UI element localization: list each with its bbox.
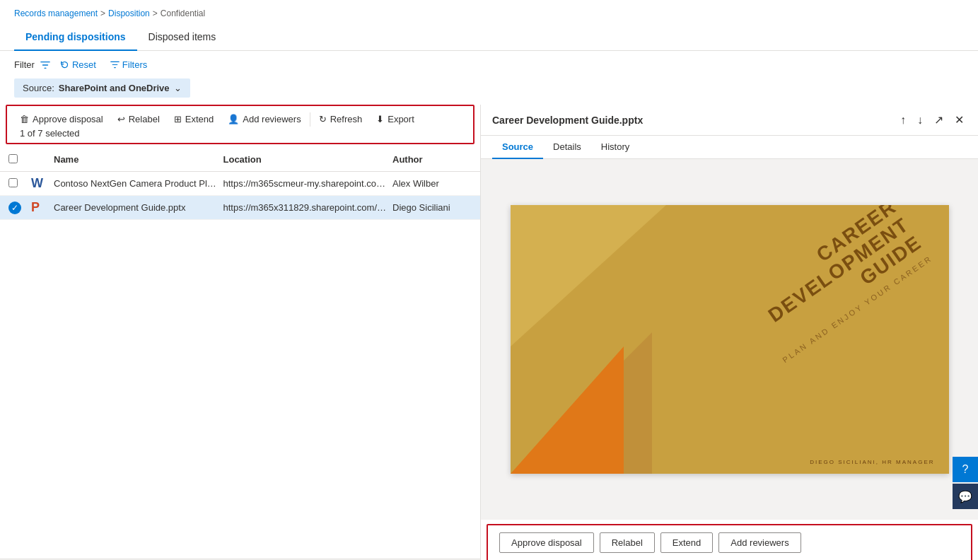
- table-row[interactable]: W Contoso NextGen Camera Product Pla... …: [0, 172, 480, 196]
- action-bar-divider: [310, 112, 310, 127]
- source-filter-prefix: Source:: [23, 83, 54, 93]
- sidebar-help-button[interactable]: ?: [953, 457, 978, 482]
- select-all-checkbox[interactable]: [8, 154, 18, 163]
- selected-count: 1 of 7 selected: [13, 128, 87, 139]
- table-header: Name Location Author: [0, 148, 480, 172]
- pptx-footer: Diego Siciliani, HR Manager: [810, 459, 934, 465]
- reset-button[interactable]: Reset: [56, 58, 100, 71]
- refresh-icon: ↻: [319, 114, 327, 124]
- bottom-approve-disposal-button[interactable]: Approve disposal: [499, 532, 594, 553]
- main-content: 🗑 Approve disposal ↩ Relabel ⊞ Extend 👤 …: [0, 105, 978, 560]
- pptx-preview: CAREERDEVELOPMENTGUIDE Plan and enjoy yo…: [511, 205, 949, 474]
- action-bar: 🗑 Approve disposal ↩ Relabel ⊞ Extend 👤 …: [6, 105, 475, 144]
- tab-disposed-items[interactable]: Disposed items: [137, 24, 228, 51]
- row1-author: Alex Wilber: [390, 177, 475, 190]
- row2-name: Career Development Guide.pptx: [51, 201, 221, 214]
- add-reviewers-button[interactable]: 👤 Add reviewers: [221, 110, 308, 128]
- expand-button[interactable]: ↗: [931, 112, 946, 128]
- pptx-orange-accent: [511, 346, 624, 474]
- refresh-button[interactable]: ↻ Refresh: [312, 110, 370, 128]
- filters-button[interactable]: Filters: [106, 58, 151, 71]
- row2-file-icon: P: [28, 199, 51, 216]
- export-button[interactable]: ⬇ Export: [369, 110, 421, 128]
- col-name-header: Name: [51, 153, 221, 167]
- filter-bar: Filter Reset Filters: [0, 51, 978, 78]
- source-filter-value: SharePoint and OneDrive: [59, 83, 170, 93]
- tab-details[interactable]: Details: [543, 136, 591, 159]
- breadcrumb-sep-2: >: [153, 8, 158, 18]
- main-tabs: Pending dispositions Disposed items: [0, 24, 978, 51]
- source-filter[interactable]: Source: SharePoint and OneDrive ⌄: [14, 78, 190, 98]
- col-file-icon: [28, 153, 51, 167]
- table-row[interactable]: ✓ P Career Development Guide.pptx https:…: [0, 196, 480, 220]
- relabel-button[interactable]: ↩ Relabel: [110, 110, 167, 128]
- preview-area: CAREERDEVELOPMENTGUIDE Plan and enjoy yo…: [481, 159, 978, 520]
- tab-source[interactable]: Source: [492, 136, 543, 159]
- bottom-extend-button[interactable]: Extend: [660, 532, 713, 553]
- row1-checkbox[interactable]: [6, 177, 28, 191]
- right-tabs: Source Details History: [481, 136, 978, 159]
- right-panel-title: Career Development Guide.pptx: [492, 115, 643, 126]
- bottom-relabel-button[interactable]: Relabel: [600, 532, 655, 553]
- close-button[interactable]: ✕: [952, 112, 967, 128]
- col-checkbox: [6, 153, 28, 167]
- bottom-action-bar: Approve disposal Relabel Extend Add revi…: [487, 524, 972, 560]
- approve-disposal-button[interactable]: 🗑 Approve disposal: [13, 110, 110, 128]
- breadcrumb-current: Confidential: [161, 8, 205, 18]
- row1-name: Contoso NextGen Camera Product Pla...: [51, 177, 221, 190]
- left-panel: 🗑 Approve disposal ↩ Relabel ⊞ Extend 👤 …: [0, 105, 481, 560]
- right-panel: Career Development Guide.pptx ↑ ↓ ↗ ✕ So…: [481, 105, 978, 560]
- navigate-up-button[interactable]: ↑: [897, 112, 909, 128]
- breadcrumb: Records management > Disposition > Confi…: [0, 0, 978, 24]
- col-author-header: Author: [390, 153, 475, 167]
- sidebar-chat-button[interactable]: 💬: [953, 484, 978, 509]
- row2-author: Diego Siciliani: [390, 201, 475, 214]
- extend-icon: ⊞: [174, 114, 182, 124]
- approve-disposal-icon: 🗑: [20, 114, 29, 124]
- tab-history[interactable]: History: [591, 136, 639, 159]
- table-body: W Contoso NextGen Camera Product Pla... …: [0, 172, 480, 559]
- row1-file-icon: W: [28, 175, 51, 192]
- breadcrumb-sep-1: >: [100, 8, 105, 18]
- breadcrumb-records-management[interactable]: Records management: [14, 8, 98, 18]
- col-location-header: Location: [221, 153, 390, 167]
- bottom-add-reviewers-button[interactable]: Add reviewers: [718, 532, 801, 553]
- reset-icon: [60, 60, 69, 69]
- chevron-down-icon: ⌄: [174, 83, 182, 93]
- filter-label: Filter: [14, 59, 35, 70]
- check-icon: ✓: [8, 202, 21, 214]
- filters-icon: [110, 60, 120, 69]
- pptx-top-triangle: [511, 205, 666, 346]
- export-icon: ⬇: [376, 114, 384, 124]
- right-sidebar: ? 💬: [953, 457, 978, 509]
- tab-pending-dispositions[interactable]: Pending dispositions: [14, 24, 137, 51]
- row2-checkbox[interactable]: ✓: [6, 200, 28, 216]
- right-panel-controls: ↑ ↓ ↗ ✕: [897, 112, 967, 128]
- breadcrumb-disposition[interactable]: Disposition: [108, 8, 150, 18]
- extend-button[interactable]: ⊞ Extend: [167, 110, 221, 128]
- right-panel-header: Career Development Guide.pptx ↑ ↓ ↗ ✕: [481, 105, 978, 136]
- relabel-icon: ↩: [117, 114, 125, 124]
- navigate-down-button[interactable]: ↓: [914, 112, 926, 128]
- row2-location: https://m365x311829.sharepoint.com/sites…: [221, 201, 390, 214]
- add-reviewers-icon: 👤: [228, 114, 239, 124]
- row1-location: https://m365scmeur-my.sharepoint.com/per…: [221, 177, 390, 190]
- filter-icon: [40, 60, 50, 70]
